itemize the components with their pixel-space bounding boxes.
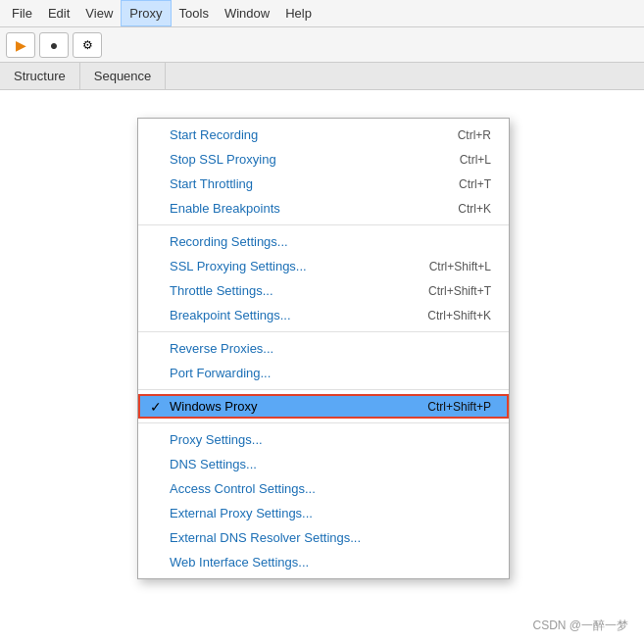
menu-item-start-throttling[interactable]: Start Throttling Ctrl+T xyxy=(138,172,509,196)
toolbar-record-btn[interactable]: ▶ xyxy=(6,32,35,58)
toolbar: ▶ ● ⚙ xyxy=(0,27,644,63)
menu-item-reverse-proxies[interactable]: Reverse Proxies... xyxy=(138,336,509,361)
menu-tools[interactable]: Tools xyxy=(172,0,217,26)
main-area: Start Recording Ctrl+R Stop SSL Proxying… xyxy=(0,90,644,644)
proxy-dropdown-menu: Start Recording Ctrl+R Stop SSL Proxying… xyxy=(137,118,510,579)
menu-item-recording-settings[interactable]: Recording Settings... xyxy=(138,229,509,254)
menu-item-proxy-settings[interactable]: Proxy Settings... xyxy=(138,427,509,452)
menu-item-external-dns-resolver[interactable]: External DNS Resolver Settings... xyxy=(138,525,509,550)
separator-1 xyxy=(138,224,509,225)
menu-item-stop-ssl[interactable]: Stop SSL Proxying Ctrl+L xyxy=(138,147,509,172)
menu-item-windows-proxy[interactable]: ✓ Windows Proxy Ctrl+Shift+P xyxy=(138,394,509,419)
menu-item-dns-settings[interactable]: DNS Settings... xyxy=(138,452,509,476)
menu-file[interactable]: File xyxy=(4,0,40,26)
menu-item-port-forwarding[interactable]: Port Forwarding... xyxy=(138,361,509,385)
menu-view[interactable]: View xyxy=(77,0,121,26)
separator-2 xyxy=(138,331,509,332)
menu-help[interactable]: Help xyxy=(277,0,320,26)
menubar: File Edit View Proxy Tools Window Help xyxy=(0,0,644,27)
menu-item-start-recording[interactable]: Start Recording Ctrl+R xyxy=(138,123,509,147)
menu-proxy[interactable]: Proxy xyxy=(121,0,171,26)
separator-4 xyxy=(138,422,509,423)
menu-item-enable-breakpoints[interactable]: Enable Breakpoints Ctrl+K xyxy=(138,196,509,221)
separator-3 xyxy=(138,389,509,390)
menu-edit[interactable]: Edit xyxy=(40,0,77,26)
menu-item-access-control-settings[interactable]: Access Control Settings... xyxy=(138,476,509,501)
menu-window[interactable]: Window xyxy=(217,0,277,26)
checkmark-icon: ✓ xyxy=(150,399,162,415)
toolbar-stop-btn[interactable]: ● xyxy=(39,32,69,58)
menu-item-breakpoint-settings[interactable]: Breakpoint Settings... Ctrl+Shift+K xyxy=(138,303,509,327)
menu-item-ssl-proxying-settings[interactable]: SSL Proxying Settings... Ctrl+Shift+L xyxy=(138,254,509,278)
watermark: CSDN @一醉一梦 xyxy=(532,618,628,634)
menu-item-throttle-settings[interactable]: Throttle Settings... Ctrl+Shift+T xyxy=(138,278,509,303)
toolbar-settings-btn[interactable]: ⚙ xyxy=(73,32,102,58)
tab-sequence[interactable]: Sequence xyxy=(80,63,167,89)
menu-item-external-proxy-settings[interactable]: External Proxy Settings... xyxy=(138,501,509,525)
menu-item-web-interface-settings[interactable]: Web Interface Settings... xyxy=(138,550,509,574)
tab-structure[interactable]: Structure xyxy=(0,63,80,89)
tabbar: Structure Sequence xyxy=(0,63,644,90)
